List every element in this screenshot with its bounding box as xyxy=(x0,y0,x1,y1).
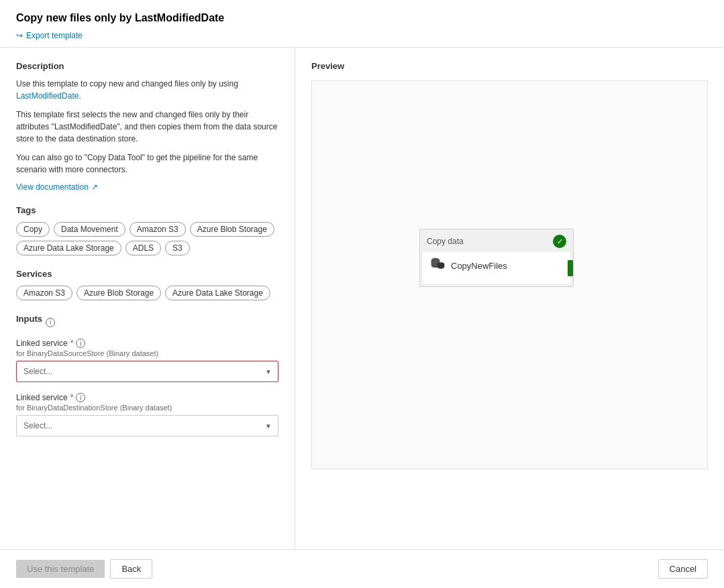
linked-service-1-select[interactable]: Select... xyxy=(16,361,278,382)
tag-data-movement: Data Movement xyxy=(54,222,125,237)
main-content: Description Use this template to copy ne… xyxy=(0,48,724,549)
linked-service-2-group: Linked service * i for BinaryDataDestina… xyxy=(16,393,278,436)
use-template-button[interactable]: Use this template xyxy=(16,560,105,578)
inputs-title-row: Inputs i xyxy=(16,314,278,331)
footer-left: Use this template Back xyxy=(16,559,152,579)
copy-data-card-header: Copy data ✓ xyxy=(420,229,573,252)
service-amazon-s3: Amazon S3 xyxy=(16,286,72,300)
export-template-link[interactable]: ↪ Export template xyxy=(16,31,708,40)
tag-amazon-s3: Amazon S3 xyxy=(130,222,186,237)
linked-service-1-label: Linked service * i xyxy=(16,339,278,348)
view-documentation-link[interactable]: View documentation ↗ xyxy=(16,182,278,192)
lastmodifieddate-link[interactable]: LastModifiedDate xyxy=(16,91,79,101)
tag-adls: ADLS xyxy=(125,241,161,255)
tag-azure-data-lake-storage: Azure Data Lake Storage xyxy=(16,241,121,255)
linked-service-2-sublabel: for BinaryDataDestinationStore (Binary d… xyxy=(16,404,278,412)
service-azure-blob-storage: Azure Blob Storage xyxy=(76,286,161,300)
linked-service-1-sublabel: for BinaryDataSourceStore (Binary datase… xyxy=(16,349,278,357)
page-header: Copy new files only by LastModifiedDate … xyxy=(0,0,724,48)
copy-data-card-body: CopyNewFiles xyxy=(423,252,570,284)
copy-data-header-label: Copy data xyxy=(427,237,464,246)
linked-service-1-info-icon[interactable]: i xyxy=(76,339,85,348)
preview-canvas: Copy data ✓ Cop xyxy=(311,80,708,469)
preview-section-title: Preview xyxy=(311,61,708,71)
description-section-title: Description xyxy=(16,61,278,71)
description-paragraph3: You can also go to "Copy Data Tool" to g… xyxy=(16,152,278,176)
external-link-icon: ↗ xyxy=(91,182,98,192)
tag-copy: Copy xyxy=(16,222,50,237)
linked-service-2-info-icon[interactable]: i xyxy=(76,393,85,402)
linked-service-2-label: Linked service * i xyxy=(16,393,278,402)
services-section: Services Amazon S3 Azure Blob Storage Az… xyxy=(16,269,278,300)
page-title: Copy new files only by LastModifiedDate xyxy=(16,12,708,24)
linked-service-1-select-wrapper: Select... ▼ xyxy=(16,361,278,382)
footer: Use this template Back Cancel xyxy=(0,549,724,588)
copy-data-card: Copy data ✓ Cop xyxy=(419,229,574,287)
green-check-icon: ✓ xyxy=(553,235,566,248)
services-section-title: Services xyxy=(16,269,278,279)
cancel-button[interactable]: Cancel xyxy=(658,559,708,579)
left-panel: Description Use this template to copy ne… xyxy=(0,48,295,549)
required-star-1: * xyxy=(70,339,74,348)
service-azure-data-lake-storage: Azure Data Lake Storage xyxy=(165,286,270,300)
database-icon xyxy=(429,256,446,276)
inputs-info-icon[interactable]: i xyxy=(46,318,55,327)
right-panel: Preview Copy data ✓ xyxy=(295,48,724,549)
inputs-section: Inputs i Linked service * i for BinaryDa… xyxy=(16,314,278,436)
copy-new-files-label: CopyNewFiles xyxy=(451,261,507,271)
tags-section: Tags Copy Data Movement Amazon S3 Azure … xyxy=(16,205,278,255)
linked-service-2-select[interactable]: Select... xyxy=(16,415,278,436)
description-paragraph2: This template first selects the new and … xyxy=(16,109,278,145)
description-paragraph1: Use this template to copy new and change… xyxy=(16,78,278,102)
export-arrow-icon: ↪ xyxy=(16,31,23,40)
linked-service-1-group: Linked service * i for BinaryDataSourceS… xyxy=(16,339,278,382)
tags-section-title: Tags xyxy=(16,205,278,215)
required-star-2: * xyxy=(70,393,74,402)
inputs-section-title: Inputs xyxy=(16,314,42,324)
green-status-bar xyxy=(568,260,573,276)
tag-s3: S3 xyxy=(165,241,190,255)
linked-service-2-select-wrapper: Select... ▼ xyxy=(16,415,278,436)
services-container: Amazon S3 Azure Blob Storage Azure Data … xyxy=(16,286,278,300)
tags-container: Copy Data Movement Amazon S3 Azure Blob … xyxy=(16,222,278,255)
tag-azure-blob-storage: Azure Blob Storage xyxy=(190,222,274,237)
back-button[interactable]: Back xyxy=(110,559,152,579)
